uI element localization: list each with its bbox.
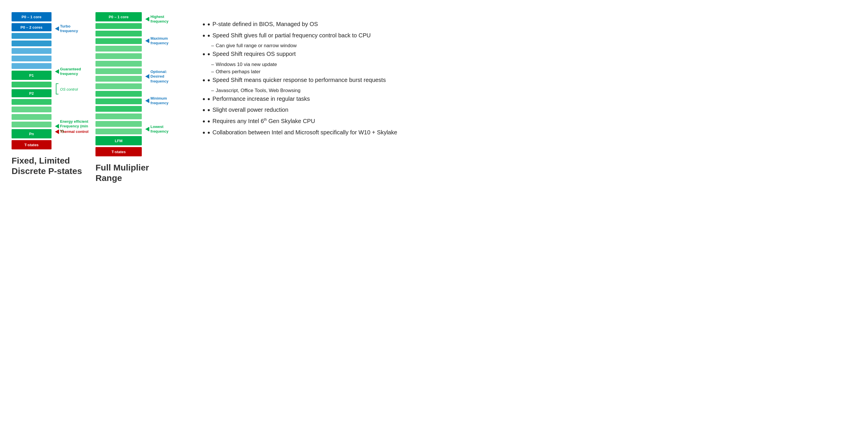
bar-11 xyxy=(95,98,142,104)
label-text: OS control xyxy=(60,87,78,92)
sub-bullet-list-1: –Can give full range or narrow window xyxy=(211,42,423,49)
arrow-icon xyxy=(145,38,149,43)
bar-15: T-states xyxy=(11,140,52,149)
sub-bullet-text: Javascript, Office Tools, Web Browsing xyxy=(216,87,300,94)
page: P0 – 1 coreP0 – 2 coresP1P2PnT-states Tu… xyxy=(11,9,423,183)
label-text: Optional: Desired frequency xyxy=(151,69,168,84)
label-text: Maximum frequency xyxy=(151,36,168,46)
pstate-column: P0 – 1 coreP0 – 2 coresP1P2PnT-states Tu… xyxy=(11,9,93,183)
bullet-text-5: Slight overall power reduction xyxy=(212,106,288,114)
bullet-item-0: •P-state defined in BIOS, Managed by OS xyxy=(203,20,423,29)
bar-2 xyxy=(11,33,52,39)
sub-bullet-item-3-0: –Javascript, Office Tools, Web Browsing xyxy=(211,87,423,94)
pstate-labels: Turbo frequencyGuaranteed frequencyOS co… xyxy=(55,12,90,137)
arrow-icon xyxy=(55,69,59,74)
bullet-text-2: Speed Shift requires OS support xyxy=(212,50,296,58)
label-text: Minimum frequency xyxy=(151,96,168,106)
bar-2 xyxy=(95,31,142,36)
bullet-text-4: Performance increase in regular tasks xyxy=(212,95,310,103)
bullet-item-7: •Collaboration between Intel and Microso… xyxy=(203,128,423,137)
label-row: Minimum frequency xyxy=(145,96,168,106)
bullet-item-3: •Speed Shift means quicker response to p… xyxy=(203,76,423,85)
bar-17: T-states xyxy=(95,147,142,156)
sub-bullet-list-3: –Javascript, Office Tools, Web Browsing xyxy=(211,87,423,94)
bar-10 xyxy=(11,99,52,105)
label-text: Highest frequency xyxy=(151,14,168,24)
bar-12 xyxy=(11,114,52,120)
sub-bullet-item-1-0: –Can give full range or narrow window xyxy=(211,42,423,49)
bar-14: Pn xyxy=(11,129,52,139)
bar-0: P0 – 1 core xyxy=(95,12,142,22)
bar-6 xyxy=(11,63,52,69)
sub-bullet-item-2-1: –Others perhaps later xyxy=(211,69,423,75)
pstate-bars: P0 – 1 coreP0 – 2 coresP1P2PnT-states xyxy=(11,12,52,150)
bar-9 xyxy=(95,83,142,89)
pstate-diagram: P0 – 1 coreP0 – 2 coresP1P2PnT-states Tu… xyxy=(11,12,90,150)
bar-10 xyxy=(95,91,142,97)
label-text: Guaranteed frequency xyxy=(60,67,81,77)
pstate-footer: Fixed, LimitedDiscrete P-states xyxy=(11,155,90,176)
label-row: Turbo frequency xyxy=(55,24,78,34)
bar-5 xyxy=(11,56,52,61)
bar-14 xyxy=(95,121,142,127)
bullet-item-5: •Slight overall power reduction xyxy=(203,106,423,114)
bar-0: P0 – 1 core xyxy=(11,12,52,22)
bullet-text-1: Speed Shift gives full or partial freque… xyxy=(212,32,371,39)
bar-4 xyxy=(95,46,142,52)
bullet-item-1: •Speed Shift gives full or partial frequ… xyxy=(203,32,423,40)
label-row: Optional: Desired frequency xyxy=(145,69,168,84)
bar-5 xyxy=(95,53,142,59)
bar-7 xyxy=(95,68,142,74)
label-row: Lowest frequency xyxy=(145,124,168,134)
speedshift-bars: P0 – 1 coreLFMT-states xyxy=(95,12,142,157)
sub-bullet-text: Can give full range or narrow window xyxy=(216,42,297,49)
bullet-text-7: Collaboration between Intel and Microsof… xyxy=(212,128,397,137)
speedshift-footer: Full MuliplierRange xyxy=(95,162,188,183)
label-text: Thermal control xyxy=(60,129,89,134)
bar-3 xyxy=(95,38,142,44)
bullet-item-6: •Requires any Intel 6th Gen Skylake CPU xyxy=(203,117,423,126)
bullet-text-0: P-state defined in BIOS, Managed by OS xyxy=(212,20,318,28)
label-text: Lowest frequency xyxy=(151,124,168,134)
arrow-icon xyxy=(55,129,59,134)
bullets-column: •P-state defined in BIOS, Managed by OS•… xyxy=(191,9,423,183)
label-row: Guaranteed frequency xyxy=(55,67,81,77)
bar-6 xyxy=(95,61,142,67)
speedshift-column: P0 – 1 coreLFMT-states Highest frequency… xyxy=(93,9,191,183)
bullet-text-3: Speed Shift means quicker response to pe… xyxy=(212,76,386,84)
bar-4 xyxy=(11,48,52,54)
bar-3 xyxy=(11,40,52,46)
arrow-icon xyxy=(145,17,149,22)
bullet-item-4: •Performance increase in regular tasks xyxy=(203,95,423,103)
bullet-list: •P-state defined in BIOS, Managed by OS•… xyxy=(203,20,423,137)
sub-bullet-item-2-0: –Windows 10 via new update xyxy=(211,61,423,68)
bar-13 xyxy=(11,122,52,127)
bar-8 xyxy=(95,76,142,82)
bar-12 xyxy=(95,106,142,112)
label-row: OS control xyxy=(55,83,78,96)
sub-bullet-text: Others perhaps later xyxy=(216,69,260,75)
arrow-icon xyxy=(55,26,59,31)
arrow-icon xyxy=(145,98,149,103)
bar-1 xyxy=(95,23,142,29)
bar-13 xyxy=(95,114,142,119)
arrow-icon xyxy=(145,74,149,79)
speedshift-diagram: P0 – 1 coreLFMT-states Highest frequency… xyxy=(95,12,188,157)
sub-bullet-list-2: –Windows 10 via new update–Others perhap… xyxy=(211,61,423,75)
bar-11 xyxy=(11,107,52,112)
bar-8 xyxy=(11,82,52,87)
sub-bullet-text: Windows 10 via new update xyxy=(216,61,277,68)
bullet-text-6: Requires any Intel 6th Gen Skylake CPU xyxy=(212,117,315,125)
bullet-item-2: •Speed Shift requires OS support xyxy=(203,50,423,58)
label-row: Thermal control xyxy=(55,129,89,134)
label-row: Highest frequency xyxy=(145,14,168,24)
bar-1: P0 – 2 cores xyxy=(11,23,52,31)
bar-7: P1 xyxy=(11,71,52,80)
speedshift-labels: Highest frequencyMaximum frequencyOption… xyxy=(145,12,183,143)
bar-9: P2 xyxy=(11,89,52,97)
bar-15 xyxy=(95,128,142,134)
arrow-icon xyxy=(145,127,149,131)
bar-16: LFM xyxy=(95,136,142,145)
arrow-icon xyxy=(55,124,59,128)
label-row: Maximum frequency xyxy=(145,36,168,46)
